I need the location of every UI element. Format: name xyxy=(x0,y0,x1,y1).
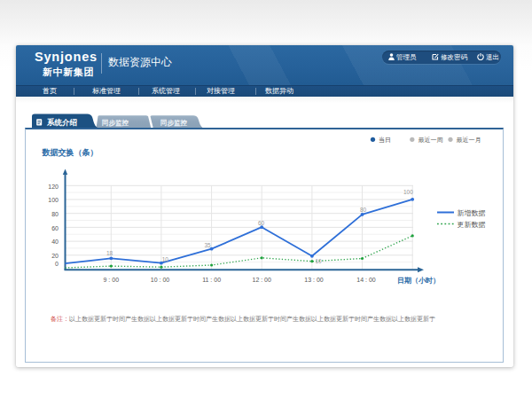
svg-text:同步监控: 同步监控 xyxy=(160,119,188,127)
svg-text:同步监控: 同步监控 xyxy=(102,119,129,127)
svg-text:系统介绍: 系统介绍 xyxy=(46,118,78,127)
